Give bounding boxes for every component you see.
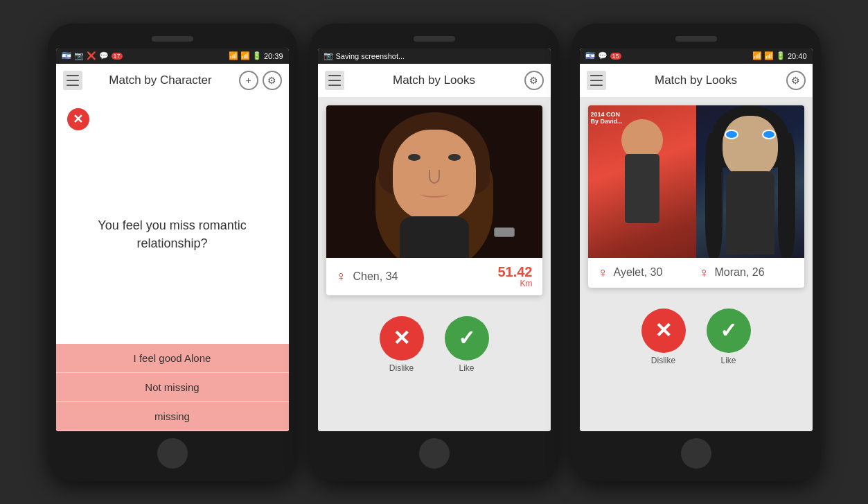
action-buttons-3: ✕ Dislike ✓ Like bbox=[641, 302, 751, 372]
status-left-1: 🇮🇱 📷 ❌ 💬 17 bbox=[62, 51, 123, 60]
dislike-label-2: Dislike bbox=[389, 363, 414, 373]
photo-left-3: 2014 CONBy David... bbox=[588, 105, 696, 258]
like-label-2: Like bbox=[459, 363, 474, 373]
notification-badge: 17 bbox=[112, 53, 123, 60]
split-photo-3: 2014 CONBy David... bbox=[588, 105, 804, 258]
phone-screen-2: 📷 Saving screenshot... Match by Looks ⚙ bbox=[318, 49, 551, 431]
save-icon: 📷 bbox=[324, 51, 333, 60]
dislike-wrap-2: ✕ Dislike bbox=[380, 316, 424, 373]
dislike-button-2[interactable]: ✕ bbox=[380, 316, 424, 360]
like-wrap-3: ✓ Like bbox=[707, 309, 751, 365]
add-button-1[interactable]: + bbox=[239, 71, 258, 90]
phone-speaker-3 bbox=[675, 36, 717, 42]
battery-icon-3: 🔋 bbox=[776, 51, 786, 60]
option-3[interactable]: missing bbox=[56, 402, 289, 431]
profile-info-2: ♀ Chen, 34 51.42 Km bbox=[326, 258, 542, 295]
signal-icon: 📶 bbox=[240, 51, 250, 60]
profile-name-2: Chen, 34 bbox=[353, 270, 491, 283]
action-buttons-2: ✕ Dislike ✓ Like bbox=[380, 309, 489, 380]
distance-value-2: 51.42 bbox=[497, 265, 532, 279]
body-shape bbox=[400, 216, 469, 258]
app-title-1: Match by Character bbox=[89, 73, 232, 87]
phone-1: 🇮🇱 📷 ❌ 💬 17 📶 📶 🔋 20:39 Match by Charact… bbox=[48, 24, 297, 481]
app-title-3: Match by Looks bbox=[613, 73, 779, 87]
close-button[interactable]: ✕ bbox=[67, 108, 89, 130]
looks-content-3: 2014 CONBy David... bbox=[580, 97, 813, 431]
home-button-2[interactable] bbox=[419, 438, 450, 469]
saving-text: Saving screenshot... bbox=[336, 52, 405, 60]
app-bar-icons-3: ⚙ bbox=[786, 71, 806, 90]
flag-icon-3: 🇮🇱 bbox=[585, 51, 595, 60]
character-options: I feel good Alone Not missing missing bbox=[56, 344, 289, 431]
phone-speaker-1 bbox=[152, 36, 193, 42]
like-wrap-2: ✓ Like bbox=[445, 316, 489, 373]
profile-info-double-3: ♀ Ayelet, 30 ♀ Moran, 26 bbox=[588, 258, 804, 288]
home-button-3[interactable] bbox=[681, 438, 711, 469]
app-bar-3: Match by Looks ⚙ bbox=[580, 64, 813, 97]
profile-name-right-3: Moran, 26 bbox=[715, 266, 795, 279]
distance-unit-2: Km bbox=[497, 279, 532, 288]
like-button-3[interactable]: ✓ bbox=[707, 309, 751, 353]
menu-button-1[interactable] bbox=[63, 71, 82, 90]
status-bar-1: 🇮🇱 📷 ❌ 💬 17 📶 📶 🔋 20:39 bbox=[56, 49, 289, 64]
x-icon: ❌ bbox=[87, 51, 96, 60]
time-3: 20:40 bbox=[788, 52, 807, 60]
status-bar-3: 🇮🇱 💬 15 📶 📶 🔋 20:40 bbox=[580, 49, 813, 64]
option-2[interactable]: Not missing bbox=[56, 373, 289, 402]
app-bar-2: Match by Looks ⚙ bbox=[318, 64, 551, 97]
status-bar-2: 📷 Saving screenshot... bbox=[318, 49, 551, 64]
status-left-2: 📷 Saving screenshot... bbox=[324, 51, 405, 60]
wifi-icon: 📶 bbox=[229, 51, 238, 60]
badge-3: 15 bbox=[610, 53, 621, 60]
profile-card-3: 2014 CONBy David... bbox=[588, 105, 804, 288]
profile-photo-2 bbox=[326, 105, 542, 258]
phone-2: 📷 Saving screenshot... Match by Looks ⚙ bbox=[310, 24, 559, 481]
like-button-2[interactable]: ✓ bbox=[445, 316, 489, 360]
profile-name-left-3: Ayelet, 30 bbox=[614, 266, 693, 279]
face-skin bbox=[393, 130, 476, 220]
app-bar-icons-2: ⚙ bbox=[524, 71, 544, 90]
phone-3: 🇮🇱 💬 15 📶 📶 🔋 20:40 Match by Looks ⚙ bbox=[572, 24, 821, 481]
dislike-label-3: Dislike bbox=[651, 356, 675, 365]
menu-button-2[interactable] bbox=[325, 71, 344, 90]
chat-icon: 💬 bbox=[99, 51, 109, 60]
battery-icon: 🔋 bbox=[252, 51, 262, 60]
phone-screen-3: 🇮🇱 💬 15 📶 📶 🔋 20:40 Match by Looks ⚙ bbox=[580, 49, 813, 431]
dislike-button-3[interactable]: ✕ bbox=[641, 309, 686, 353]
wifi-icon-3: 📶 bbox=[752, 51, 762, 60]
gender-icon-2: ♀ bbox=[336, 268, 346, 284]
profile-card-2: ♀ Chen, 34 51.42 Km bbox=[326, 105, 542, 295]
character-content: ✕ You feel you miss romantic relationshi… bbox=[56, 97, 289, 431]
app-bar-1: Match by Character + ⚙ bbox=[56, 64, 289, 97]
chat-icon-3: 💬 bbox=[598, 51, 608, 60]
app-bar-icons-1: + ⚙ bbox=[239, 71, 282, 90]
app-title-2: Match by Looks bbox=[351, 73, 517, 87]
menu-button-3[interactable] bbox=[587, 71, 606, 90]
settings-button-1[interactable]: ⚙ bbox=[263, 71, 282, 90]
character-card: ✕ You feel you miss romantic relationshi… bbox=[56, 97, 289, 344]
status-left-3: 🇮🇱 💬 15 bbox=[585, 51, 621, 60]
question-text: You feel you miss romantic relationship? bbox=[67, 137, 278, 333]
phone-speaker-2 bbox=[414, 36, 455, 42]
time-1: 20:39 bbox=[264, 52, 283, 60]
flag-icon: 🇮🇱 bbox=[62, 51, 71, 60]
status-right-3: 📶 📶 🔋 20:40 bbox=[752, 51, 807, 60]
option-1[interactable]: I feel good Alone bbox=[56, 344, 289, 373]
gender-icon-left-3: ♀ bbox=[598, 265, 608, 281]
looks-content-2: ♀ Chen, 34 51.42 Km ✕ Dislike ✓ bbox=[318, 97, 551, 431]
settings-button-2[interactable]: ⚙ bbox=[524, 71, 544, 90]
status-right-1: 📶 📶 🔋 20:39 bbox=[229, 51, 283, 60]
signal-icon-3: 📶 bbox=[764, 51, 774, 60]
gender-icon-right-3: ♀ bbox=[699, 265, 709, 281]
distance-block-2: 51.42 Km bbox=[497, 265, 532, 288]
home-button-1[interactable] bbox=[157, 438, 188, 469]
phone-screen-1: 🇮🇱 📷 ❌ 💬 17 📶 📶 🔋 20:39 Match by Charact… bbox=[56, 49, 289, 431]
camera-icon: 📷 bbox=[74, 51, 84, 60]
settings-button-3[interactable]: ⚙ bbox=[786, 71, 806, 90]
photo-right-3 bbox=[696, 105, 804, 258]
dislike-wrap-3: ✕ Dislike bbox=[641, 309, 686, 365]
like-label-3: Like bbox=[720, 356, 736, 365]
